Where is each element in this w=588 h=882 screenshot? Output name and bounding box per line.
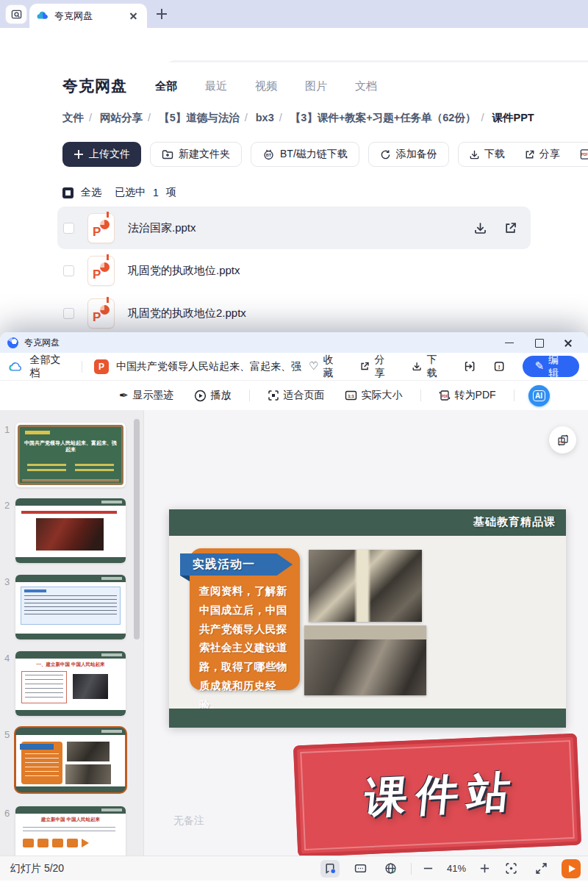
file-row[interactable]: P 法治国家.pptx bbox=[57, 207, 531, 249]
heart-icon: ♡ bbox=[309, 361, 318, 372]
bt-magnet-download-button[interactable]: BT BT/磁力链下载 bbox=[251, 142, 359, 167]
convert-pdf-icon: PDF bbox=[439, 390, 451, 401]
window-maximize-button[interactable] bbox=[534, 337, 544, 348]
share-doc-button[interactable]: 分享 bbox=[359, 354, 394, 380]
pptx-file-icon: P bbox=[87, 298, 115, 329]
tab-title: 夸克网盘 bbox=[54, 10, 122, 23]
watermark-stamp: 课件站 bbox=[293, 734, 581, 856]
zoom-in-button[interactable] bbox=[479, 863, 490, 874]
fit-page-button[interactable]: 适合页面 bbox=[261, 389, 331, 402]
convert-pdf-label: 转为PDF bbox=[455, 389, 496, 402]
breadcrumb-item[interactable]: bx3 bbox=[256, 112, 274, 123]
convert-to-pdf-button[interactable]: PDF 转为PDF bbox=[432, 389, 503, 402]
page-title: 夸克网盘 bbox=[62, 76, 127, 96]
document-title: 中国共产党领导人民站起来、富起来、强起 bbox=[116, 360, 301, 373]
row-download-icon[interactable] bbox=[473, 221, 487, 235]
favorite-button[interactable]: ♡ 收藏 bbox=[309, 354, 342, 380]
browser-tab-bar: 夸克网盘 bbox=[0, 0, 588, 28]
floating-pdf-convert-button[interactable]: PDF bbox=[549, 426, 576, 453]
zoom-level[interactable]: 41% bbox=[445, 863, 468, 874]
play-slideshow-button[interactable]: 播放 bbox=[187, 389, 238, 402]
fullscreen-button[interactable] bbox=[531, 860, 551, 878]
quark-logo-icon bbox=[7, 337, 18, 348]
filter-tab-video[interactable]: 视频 bbox=[255, 79, 277, 93]
file-row[interactable]: P 巩固党的执政地位2.pptx bbox=[57, 292, 531, 334]
file-name[interactable]: 巩固党的执政地位.pptx bbox=[128, 264, 240, 278]
slide-badge: 基础教育精品课 bbox=[473, 515, 556, 529]
show-ink-button[interactable]: ✒ 显示墨迹 bbox=[112, 389, 181, 402]
filter-tab-recent[interactable]: 最近 bbox=[205, 79, 227, 93]
file-name[interactable]: 巩固党的执政地位2.pptx bbox=[128, 306, 246, 320]
breadcrumb-current: 课件PPT bbox=[492, 112, 534, 123]
thumbnail-scrollbar[interactable] bbox=[134, 419, 140, 639]
window-minimize-button[interactable] bbox=[504, 337, 514, 348]
actual-size-button[interactable]: 1:1 实际大小 bbox=[338, 389, 409, 402]
file-row[interactable]: P 巩固党的执政地位.pptx bbox=[57, 249, 531, 292]
play-label: 播放 bbox=[211, 389, 232, 402]
file-name[interactable]: 法治国家.pptx bbox=[128, 221, 196, 235]
status-bar: 幻灯片 5/20 41% bbox=[0, 856, 588, 881]
edit-button[interactable]: ✎ 编辑 bbox=[523, 356, 579, 377]
file-list: P 法治国家.pptx P 巩固党的执政地位.pptx P bbox=[57, 207, 531, 334]
browser-tab[interactable]: 夸克网盘 bbox=[29, 4, 147, 28]
row-checkbox[interactable] bbox=[63, 265, 74, 276]
toggle-notes-button[interactable] bbox=[351, 860, 370, 878]
download-doc-button[interactable]: 下载 bbox=[412, 354, 446, 380]
ai-assistant-button[interactable]: AI bbox=[528, 385, 550, 406]
row-open-icon[interactable] bbox=[503, 221, 517, 235]
breadcrumb-item[interactable]: 网站分享 bbox=[100, 112, 143, 123]
upload-button[interactable]: 上传文件 bbox=[62, 142, 141, 167]
window-titlebar[interactable]: 夸克网盘 bbox=[0, 332, 588, 353]
svg-text:PDF: PDF bbox=[581, 153, 588, 157]
convert-pdf-button[interactable]: PDF 转为 bbox=[579, 148, 588, 161]
thumb-number: 6 bbox=[4, 808, 10, 819]
share-selected-button[interactable]: 分享 bbox=[524, 148, 560, 161]
new-folder-label: 新建文件夹 bbox=[179, 148, 230, 161]
window-close-button[interactable] bbox=[563, 337, 573, 348]
translate-button[interactable] bbox=[381, 860, 400, 878]
toggle-thumbnail-panel-button[interactable] bbox=[320, 860, 340, 878]
window-search-icon bbox=[11, 9, 22, 20]
thumb-number: 5 bbox=[4, 729, 10, 740]
select-all-label[interactable]: 全选 bbox=[81, 186, 101, 199]
breadcrumb-item[interactable]: 文件 bbox=[62, 112, 84, 123]
thumb-slide-title: 建立新中国 中国人民站起来 bbox=[15, 817, 126, 823]
fit-view-button[interactable] bbox=[501, 860, 520, 878]
quill-icon: ✒ bbox=[119, 390, 129, 401]
breadcrumb-separator: / bbox=[89, 112, 92, 123]
zoom-out-button[interactable] bbox=[423, 863, 434, 874]
row-checkbox[interactable] bbox=[63, 308, 74, 319]
add-backup-button[interactable]: 添加备份 bbox=[368, 142, 449, 167]
download-label: 下载 bbox=[484, 148, 505, 161]
filter-tab-all[interactable]: 全部 bbox=[155, 79, 177, 93]
thumb-number: 2 bbox=[4, 500, 10, 511]
notes-placeholder[interactable]: 无备注 bbox=[173, 814, 204, 828]
filter-tab-doc[interactable]: 文档 bbox=[355, 79, 377, 93]
breadcrumb-separator: / bbox=[279, 112, 282, 123]
new-tab-button[interactable] bbox=[156, 8, 168, 20]
slide-header-band: 基础教育精品课 bbox=[169, 509, 566, 536]
thumb-slide-title: 一、建立新中国 中国人民站起来 bbox=[15, 662, 126, 668]
filter-tab-image[interactable]: 图片 bbox=[305, 79, 327, 93]
row-checkbox[interactable] bbox=[63, 223, 74, 234]
workspace-icon[interactable] bbox=[5, 4, 27, 24]
stamp-text: 课件站 bbox=[353, 763, 521, 828]
breadcrumb-item[interactable]: 【3】课件+教案+习题+任务单（62份） bbox=[290, 112, 476, 123]
present-button[interactable] bbox=[562, 859, 581, 878]
save-to-drive-icon[interactable] bbox=[464, 360, 476, 373]
tab-close-icon[interactable] bbox=[128, 10, 140, 22]
cloud-docs-icon[interactable] bbox=[9, 361, 23, 372]
all-docs-button[interactable]: 全部文档 bbox=[30, 354, 71, 380]
new-folder-button[interactable]: 新建文件夹 bbox=[150, 142, 242, 167]
fit-page-label: 适合页面 bbox=[284, 389, 325, 402]
select-all-checkbox[interactable] bbox=[62, 187, 74, 198]
historical-photo-bottom bbox=[304, 625, 426, 695]
feedback-icon[interactable]: ! bbox=[493, 360, 505, 373]
selection-actions-group: 下载 分享 PDF 转为 bbox=[458, 142, 588, 167]
pptx-file-icon: P bbox=[87, 213, 115, 243]
slide-counter: 幻灯片 5/20 bbox=[10, 862, 64, 875]
thumbnail-panel: 1 中国共产党领导人民站起来、富起来、强起来 2 3 4 一、建立新中国 bbox=[0, 410, 144, 856]
download-selected-button[interactable]: 下载 bbox=[469, 148, 505, 161]
breadcrumb-item[interactable]: 【5】道德与法治 bbox=[159, 112, 240, 123]
svg-text:PDF: PDF bbox=[441, 395, 448, 398]
